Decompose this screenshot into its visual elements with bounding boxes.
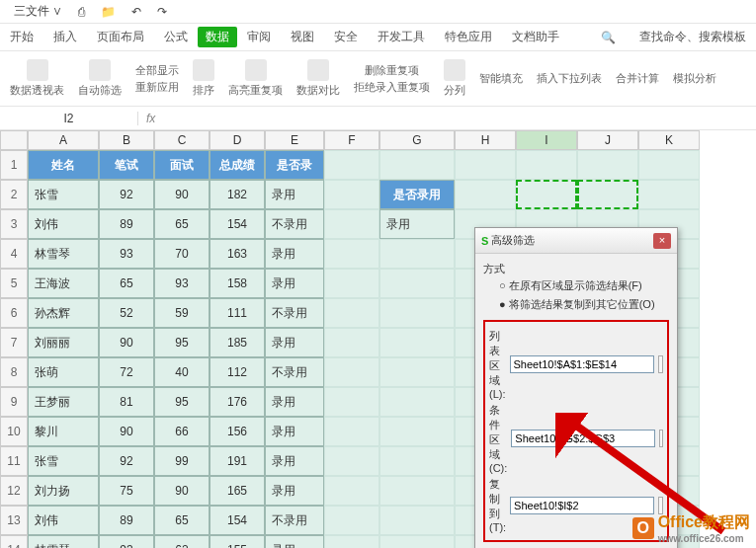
cell[interactable] — [379, 357, 455, 387]
file-menu[interactable]: 三文件 ∨ — [6, 3, 70, 20]
cell[interactable] — [379, 269, 455, 298]
cell[interactable] — [379, 476, 455, 506]
cell-written[interactable]: 81 — [99, 387, 154, 417]
cell-interview[interactable]: 90 — [154, 476, 210, 506]
cell-interview[interactable]: 62 — [154, 535, 210, 548]
cell-total[interactable]: 154 — [210, 209, 265, 239]
cell-interview[interactable]: 59 — [154, 298, 210, 328]
cell[interactable] — [324, 269, 379, 298]
col-E[interactable]: E — [265, 130, 324, 150]
cell-written[interactable]: 90 — [99, 328, 154, 357]
cell-name[interactable]: 黎川 — [28, 417, 99, 446]
tab-review[interactable]: 审阅 — [237, 29, 281, 45]
radio-inplace[interactable]: ○ 在原有区域显示筛选结果(F) — [483, 276, 669, 295]
side-header[interactable]: 是否录用 — [379, 180, 455, 209]
cell-interview[interactable]: 95 — [154, 387, 210, 417]
cell-written[interactable]: 52 — [99, 298, 154, 328]
tab-view[interactable]: 视图 — [281, 29, 324, 45]
cell[interactable] — [379, 535, 455, 548]
tab-insert[interactable]: 插入 — [43, 29, 87, 45]
cell-written[interactable]: 92 — [99, 180, 154, 209]
cell[interactable] — [324, 150, 379, 180]
criteria-range-input[interactable] — [511, 430, 655, 447]
tab-formula[interactable]: 公式 — [154, 29, 198, 45]
tab-helper[interactable]: 文档助手 — [502, 29, 569, 45]
open-icon[interactable]: 📁 — [93, 5, 124, 19]
table-header[interactable]: 笔试 — [99, 150, 154, 180]
cell-hire[interactable]: 不录用 — [265, 357, 324, 387]
cell[interactable] — [324, 357, 379, 387]
cell-written[interactable]: 93 — [99, 535, 154, 548]
cell-total[interactable]: 176 — [210, 387, 265, 417]
tab-security[interactable]: 安全 — [324, 29, 368, 45]
table-header[interactable]: 是否录用 — [265, 150, 324, 180]
cell-interview[interactable]: 90 — [154, 180, 210, 209]
cell-name[interactable]: 林雪琴 — [28, 535, 99, 548]
row-header[interactable]: 1 — [0, 150, 28, 180]
cell-hire[interactable]: 录用 — [265, 535, 324, 548]
tab-dev[interactable]: 开发工具 — [368, 29, 435, 45]
cell-written[interactable]: 89 — [99, 506, 154, 535]
row-header[interactable]: 13 — [0, 506, 28, 535]
cell-name[interactable]: 张萌 — [28, 357, 99, 387]
cell-name[interactable]: 张雪 — [28, 180, 99, 209]
ribbon-simulate[interactable]: 模拟分析 — [673, 71, 716, 86]
cell-total[interactable]: 165 — [210, 476, 265, 506]
cell-hire[interactable]: 不录用 — [265, 506, 324, 535]
ribbon-dropdown[interactable]: 插入下拉列表 — [537, 71, 602, 86]
cell-written[interactable]: 90 — [99, 417, 154, 446]
cell-interview[interactable]: 99 — [154, 446, 210, 476]
cell-interview[interactable]: 65 — [154, 209, 210, 239]
cell[interactable] — [324, 387, 379, 417]
undo-icon[interactable]: ↶ — [124, 5, 149, 19]
ribbon-compare[interactable]: 数据对比 — [296, 59, 340, 98]
row-header[interactable]: 6 — [0, 298, 28, 328]
cell-written[interactable]: 92 — [99, 446, 154, 476]
row-header[interactable]: 9 — [0, 387, 28, 417]
ribbon-autofilter[interactable]: 自动筛选 — [78, 59, 122, 98]
row-header[interactable]: 4 — [0, 239, 28, 269]
cell[interactable] — [324, 328, 379, 357]
selected-cell[interactable] — [516, 180, 577, 209]
cell-name[interactable]: 张雪 — [28, 446, 99, 476]
cell-written[interactable]: 93 — [99, 239, 154, 269]
col-B[interactable]: B — [99, 130, 154, 150]
tab-features[interactable]: 特色应用 — [435, 29, 502, 45]
cell-hire[interactable]: 录用 — [265, 387, 324, 417]
cell[interactable] — [516, 150, 577, 180]
row-header[interactable]: 11 — [0, 446, 28, 476]
cell[interactable] — [379, 446, 455, 476]
radio-copyto[interactable]: ● 将筛选结果复制到其它位置(O) — [483, 295, 669, 314]
range-picker-icon[interactable] — [658, 355, 664, 373]
close-icon[interactable]: × — [653, 233, 671, 249]
cell-interview[interactable]: 70 — [154, 239, 210, 269]
row-header[interactable]: 14 — [0, 535, 28, 548]
table-header[interactable]: 面试 — [154, 150, 210, 180]
cell[interactable] — [379, 328, 455, 357]
range-picker-icon[interactable] — [659, 430, 663, 447]
col-F[interactable]: F — [324, 130, 379, 150]
col-H[interactable]: H — [455, 130, 516, 150]
cell-total[interactable]: 111 — [210, 298, 265, 328]
row-header[interactable]: 12 — [0, 476, 28, 506]
range-picker-icon[interactable] — [658, 497, 663, 514]
col-D[interactable]: D — [210, 130, 265, 150]
cell-name[interactable]: 孙杰辉 — [28, 298, 99, 328]
name-box[interactable]: I2 — [0, 112, 138, 125]
cell[interactable] — [324, 417, 379, 446]
col-A[interactable]: A — [28, 130, 99, 150]
col-C[interactable]: C — [154, 130, 210, 150]
cell[interactable] — [324, 446, 379, 476]
ribbon-highlight[interactable]: 高亮重复项 — [228, 59, 283, 98]
cell[interactable] — [324, 239, 379, 269]
cell-hire[interactable]: 录用 — [265, 476, 324, 506]
cell[interactable] — [379, 239, 455, 269]
select-all-corner[interactable] — [0, 130, 28, 150]
cell[interactable] — [379, 506, 455, 535]
cell[interactable] — [379, 298, 455, 328]
cell-name[interactable]: 刘伟 — [28, 506, 99, 535]
cell-written[interactable]: 65 — [99, 269, 154, 298]
cell[interactable] — [379, 387, 455, 417]
ribbon-deldups[interactable]: 删除重复项拒绝录入重复项 — [354, 63, 430, 95]
col-I[interactable]: I — [516, 130, 577, 150]
